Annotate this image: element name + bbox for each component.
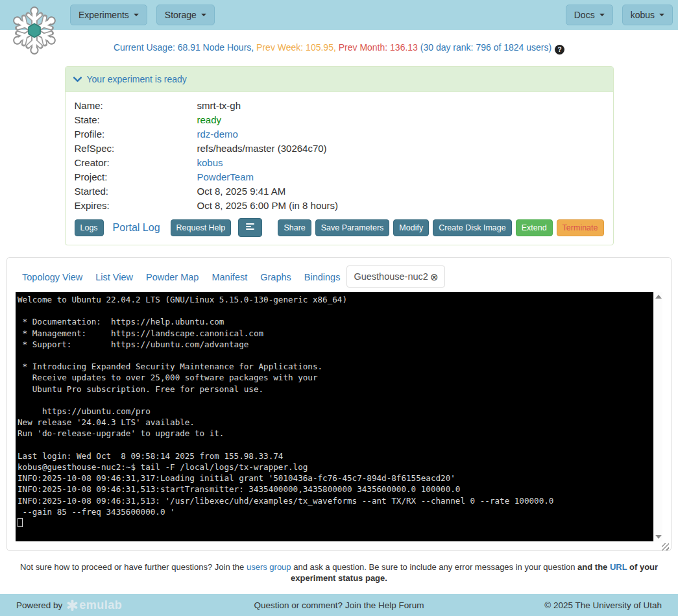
experiment-details: Name: smrt-tx-gh State: ready Profile: r… xyxy=(66,92,613,245)
tab-manifest[interactable]: Manifest xyxy=(205,267,254,288)
field-row-creator: Creator: kobus xyxy=(75,156,604,170)
experiment-view-panel: Topology View List View Powder Map Manif… xyxy=(6,257,672,551)
started-value: Oct 8, 2025 9:41 AM xyxy=(197,184,286,199)
refspec-value: refs/heads/master (30264c70) xyxy=(197,142,327,156)
help-forum-link[interactable]: Join the Help Forum xyxy=(345,600,424,610)
ssh-terminal[interactable]: Welcome to Ubuntu 22.04.2 LTS (GNU/Linux… xyxy=(16,292,653,541)
save-parameters-button[interactable]: Save Parameters xyxy=(315,219,390,236)
chevron-down-icon xyxy=(599,14,605,16)
field-row-project: Project: PowderTeam xyxy=(75,170,604,184)
top-navbar: Experiments Storage Docs kobus xyxy=(0,0,678,30)
experiment-status-header[interactable]: Your experiment is ready xyxy=(66,67,613,92)
extend-button[interactable]: Extend xyxy=(516,219,553,236)
scroll-up-icon[interactable] xyxy=(655,295,662,299)
field-label: Expires: xyxy=(75,199,197,213)
tab-topology-view[interactable]: Topology View xyxy=(16,267,89,288)
field-row-refspec: RefSpec: refs/heads/master (30264c70) xyxy=(75,142,604,156)
emulab-logo-text: emulab xyxy=(79,598,122,612)
project-link[interactable]: PowderTeam xyxy=(197,170,254,184)
user-menu-label: kobus xyxy=(631,10,655,20)
field-row-started: Started: Oct 8, 2025 9:41 AM xyxy=(75,184,604,199)
field-label: Project: xyxy=(75,170,197,184)
profile-link[interactable]: rdz-demo xyxy=(197,127,238,142)
prev-week-text: Prev Week: 105.95, xyxy=(256,42,336,53)
experiment-status-text: Your experiment is ready xyxy=(87,74,187,84)
tab-list-view[interactable]: List View xyxy=(89,267,139,288)
tab-guesthouse-nuc2[interactable]: Guesthouse-nuc2 ⊗ xyxy=(346,265,445,288)
field-label: Profile: xyxy=(75,127,197,142)
terminal-text: Welcome to Ubuntu 22.04.2 LTS (GNU/Linux… xyxy=(18,295,553,517)
help-question-icon[interactable]: ? xyxy=(555,45,564,55)
powered-by: Powered by emulab xyxy=(16,598,122,612)
help-note: Not sure how to proceed or have further … xyxy=(15,561,664,584)
field-label: Creator: xyxy=(75,156,197,170)
note-text-1: Not sure how to proceed or have further … xyxy=(20,562,247,572)
terminal-cursor xyxy=(18,518,23,527)
snowflake-icon xyxy=(6,4,62,57)
field-label: Started: xyxy=(75,184,197,199)
users-group-link[interactable]: users group xyxy=(247,562,291,572)
experiment-status-panel: Your experiment is ready Name: smrt-tx-g… xyxy=(65,66,614,245)
experiment-state-value: ready xyxy=(197,113,222,127)
close-tab-icon[interactable]: ⊗ xyxy=(430,272,439,282)
ssh-terminal-container: Welcome to Ubuntu 22.04.2 LTS (GNU/Linux… xyxy=(16,292,662,541)
field-label: RefSpec: xyxy=(75,142,197,156)
align-left-icon xyxy=(246,222,254,231)
usage-summary: Current Usage: 68.91 Node Hours, Prev We… xyxy=(0,42,678,55)
powder-snowflake-logo[interactable] xyxy=(6,4,62,57)
url-link[interactable]: URL xyxy=(610,562,627,572)
tab-guesthouse-nuc2-label: Guesthouse-nuc2 xyxy=(354,271,428,282)
tab-bindings[interactable]: Bindings xyxy=(298,267,347,288)
view-tabs: Topology View List View Powder Map Manif… xyxy=(16,265,662,288)
logs-button[interactable]: Logs xyxy=(75,219,104,236)
tab-powder-map[interactable]: Powder Map xyxy=(139,267,205,288)
chevron-down-icon xyxy=(201,14,206,16)
portal-log-link[interactable]: Portal Log xyxy=(113,222,160,234)
tab-graphs[interactable]: Graphs xyxy=(254,267,298,288)
docs-menu-button[interactable]: Docs xyxy=(566,5,613,25)
note-bold-1: and the xyxy=(577,562,610,572)
experiment-actions: Logs Portal Log Request Help Share Save … xyxy=(75,218,604,237)
expires-value: Oct 8, 2025 6:00 PM (in 8 hours) xyxy=(197,199,339,213)
create-disk-image-button[interactable]: Create Disk Image xyxy=(433,219,512,236)
note-text-2: and ask a question. Be sure to include a… xyxy=(291,562,578,572)
rank-text: (30 day rank: 796 of 1824 users) xyxy=(420,42,551,53)
modify-button[interactable]: Modify xyxy=(393,219,429,236)
chevron-down-icon xyxy=(659,14,664,16)
prev-month-text: Prev Month: 136.13 xyxy=(339,42,418,53)
terminal-output: Welcome to Ubuntu 22.04.2 LTS (GNU/Linux… xyxy=(18,294,653,528)
experiment-name-value: smrt-tx-gh xyxy=(197,99,241,113)
collapse-chevron-icon xyxy=(73,75,82,84)
field-row-state: State: ready xyxy=(75,113,604,127)
emulab-asterisk-icon xyxy=(67,600,78,611)
user-menu-button[interactable]: kobus xyxy=(622,5,673,25)
field-row-expires: Expires: Oct 8, 2025 6:00 PM (in 8 hours… xyxy=(75,199,604,213)
request-help-button[interactable]: Request Help xyxy=(171,219,232,236)
storage-menu-button[interactable]: Storage xyxy=(156,5,215,25)
field-row-profile: Profile: rdz-demo xyxy=(75,127,604,142)
copyright-text: © 2025 The University of Utah xyxy=(544,600,662,610)
field-label: Name: xyxy=(75,99,197,113)
console-list-button[interactable] xyxy=(238,218,262,237)
terminal-scrollbar[interactable] xyxy=(653,292,662,541)
terminal-resize-handle[interactable] xyxy=(662,543,669,550)
field-row-name: Name: smrt-tx-gh xyxy=(75,99,604,113)
emulab-logo[interactable]: emulab xyxy=(67,598,122,612)
share-button[interactable]: Share xyxy=(278,219,311,236)
chevron-down-icon xyxy=(134,14,139,16)
powered-by-label: Powered by xyxy=(16,600,62,610)
field-label: State: xyxy=(75,113,197,127)
footer-question-text: Question or comment? xyxy=(254,600,345,610)
docs-menu-label: Docs xyxy=(574,10,595,20)
experiments-menu-button[interactable]: Experiments xyxy=(70,5,147,25)
storage-menu-label: Storage xyxy=(165,10,197,20)
footer-bar: Powered by emulab Question or comment? J… xyxy=(0,594,678,616)
terminate-button[interactable]: Terminate xyxy=(557,219,604,236)
current-usage-text: Current Usage: 68.91 Node Hours, xyxy=(114,42,254,53)
creator-link[interactable]: kobus xyxy=(197,156,223,170)
experiments-menu-label: Experiments xyxy=(79,10,129,20)
scroll-down-icon[interactable] xyxy=(655,535,662,539)
